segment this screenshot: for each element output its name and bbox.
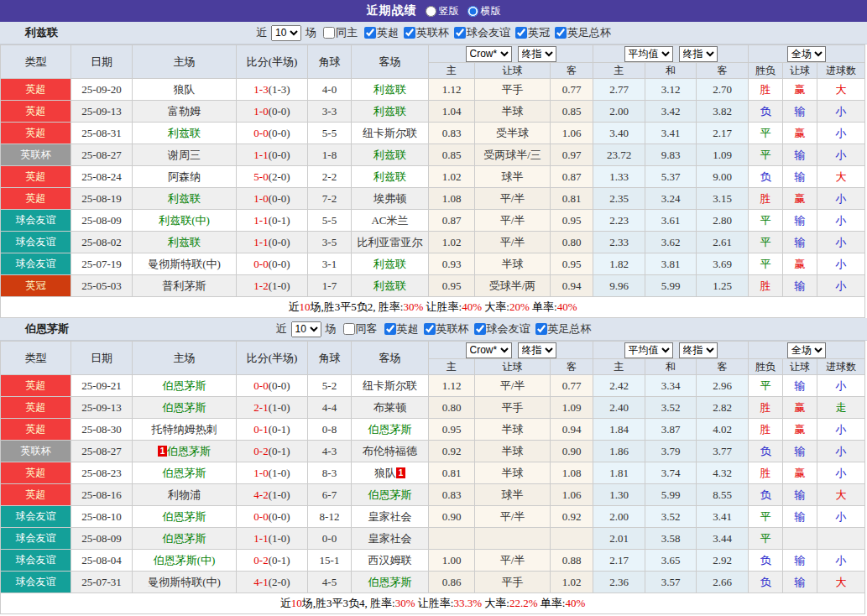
away-team-cell: 布伦特福德 [352,441,429,462]
home-team-cell: 伯恩茅斯 [133,506,237,528]
final-odds-select[interactable]: 终指 [518,342,556,358]
handicap-result-cell: 输 [783,375,817,397]
final-odds-select[interactable]: 终指 [518,46,556,62]
score-cell: 5-0(2-0) [237,166,308,188]
summary-segment: 10 [300,300,311,313]
fulltime-select[interactable]: 全场 [787,46,826,62]
games-count-select[interactable]: 10 [271,25,301,41]
bookmaker-select[interactable]: Crow* [466,342,512,358]
crow-away-odds-cell: 0.77 [551,375,593,397]
layout-radio-horizontal[interactable]: 横版 [467,4,501,18]
fulltime-select[interactable]: 全场 [787,342,826,358]
league-checkbox-input[interactable] [515,27,527,39]
league-checkbox[interactable]: 球会友谊 [449,25,510,40]
crow-home-odds-cell: 1.12 [429,79,475,101]
crow-handicap-cell: 半球 [475,462,551,484]
col-crow-handicap: 让球 [475,359,551,375]
wdl-result-cell: 胜 [749,397,783,419]
wdl-result-cell: 负 [749,572,783,593]
league-checkbox-input[interactable] [424,323,436,335]
col-away: 客场 [352,45,429,79]
filter-controls: 近 10 场 同客 英超英联杯球会友谊英足总杯 [276,321,592,337]
avg-away-odds-cell: 3.82 [697,101,749,123]
away-team-cell: 伯恩茅斯 [352,419,429,441]
avg-home-odds-cell: 2.40 [593,397,645,419]
league-checkbox[interactable]: 球会友谊 [469,321,530,337]
bookmaker-select[interactable]: Crow* [466,46,512,62]
league-checkbox-input[interactable] [555,27,567,39]
avg-draw-odds-cell: 3.52 [645,506,697,528]
league-checkbox-label: 英足总杯 [548,321,592,337]
crow-away-odds-cell: 0.77 [551,79,593,101]
league-checkbox[interactable]: 英超 [379,321,419,337]
col-home: 主场 [133,45,237,79]
avg-home-odds-cell: 2.36 [593,572,645,593]
avg-away-odds-cell: 8.55 [697,484,749,506]
corner-cell: 3-1 [308,253,352,275]
away-team-cell: AC米兰 [352,210,429,232]
crow-home-odds-cell [429,528,475,550]
league-checkbox-input[interactable] [364,27,376,39]
crow-select-group: Crow* 终指 [429,45,593,63]
home-team-cell: 利物浦 [133,484,237,506]
col-crow-home: 主 [429,359,475,375]
goals-result-cell: 小 [817,123,865,144]
corner-cell: 8-12 [308,506,352,528]
league-checkbox[interactable]: 英超 [359,25,399,40]
league-checkbox-label: 英足总杯 [567,25,611,40]
league-checkbox[interactable]: 英足总杯 [530,321,592,337]
average-select[interactable]: 平均值 [624,46,673,62]
final-odds-select[interactable]: 终指 [679,46,718,62]
wdl-result-cell: 胜 [749,275,783,297]
crow-handicap-cell: 平/半 [475,232,551,253]
league-checkbox-input[interactable] [404,27,415,39]
layout-radio-vertical[interactable]: 竖版 [426,4,459,18]
fulltime-score: 1-0 [253,192,268,205]
handicap-result-cell: 输 [783,232,817,253]
horizontal-radio-input[interactable] [467,6,478,17]
home-team-name: 利物浦 [168,488,201,501]
avg-away-odds-cell: 1.25 [697,275,749,297]
summary-segment: 单率: [530,300,557,313]
league-checkbox[interactable]: 英冠 [510,25,550,40]
recent-results-table-2: 类型 日期 主场 比分(半场) 角球 客场 Crow* 终指 平均值 终指 全场… [0,341,865,614]
goals-result-cell: 小 [817,375,865,397]
same-side-checkbox-input[interactable] [343,323,355,335]
league-checkbox[interactable]: 英联杯 [399,25,449,40]
avg-away-odds-cell: 2.61 [697,232,749,253]
summary-segment: 让胜率: [423,300,462,313]
games-count-select[interactable]: 10 [291,321,321,337]
league-checkbox-input[interactable] [454,27,466,39]
same-side-checkbox[interactable]: 同客 [338,321,378,337]
team-filter-bar: 伯恩茅斯 近 10 场 同客 英超英联杯球会友谊英足总杯 [0,318,867,341]
crow-away-odds-cell: 1.06 [551,484,593,506]
crow-handicap-cell: 球半 [475,484,551,506]
corner-cell: 7-2 [308,188,352,210]
match-date-cell: 25-08-02 [71,232,133,253]
match-type-cell: 球会友谊 [1,506,71,528]
league-checkbox[interactable]: 英联杯 [419,321,469,337]
score-cell: 4-1(2-0) [237,572,308,593]
league-checkbox-input[interactable] [384,323,396,335]
avg-away-odds-cell: 3.41 [697,506,749,528]
home-team-name: 伯恩茅斯 [163,510,206,523]
crow-handicap-cell: 半球 [475,101,551,123]
vertical-radio-input[interactable] [426,6,436,17]
league-checkbox-input[interactable] [474,323,486,335]
same-side-checkbox-input[interactable] [323,27,335,39]
same-side-checkbox[interactable]: 同主 [318,25,358,40]
home-team-cell: 利兹联 [133,188,237,210]
league-checkbox-input[interactable] [535,323,547,335]
away-team-name: 比利亚雷亚尔 [358,236,423,248]
crow-away-odds-cell: 0.85 [551,101,593,123]
match-row: 球会友谊25-08-10伯恩茅斯0-0(0-0)8-12皇家社会0.90平/半0… [1,506,865,528]
average-select[interactable]: 平均值 [624,342,673,358]
score-cell: 1-1(0-0) [237,232,308,253]
avg-away-odds-cell: 2.82 [697,397,749,419]
league-checkbox[interactable]: 英足总杯 [550,25,611,40]
final-odds-select[interactable]: 终指 [679,342,718,358]
summary-row: 近10场,胜3平5负2, 胜率:30% 让胜率:40% 大率:20% 单率:40… [1,297,865,318]
avg-home-odds-cell: 9.96 [593,275,645,297]
handicap-result-cell: 输 [783,441,817,462]
avg-home-odds-cell: 2.35 [593,188,645,210]
